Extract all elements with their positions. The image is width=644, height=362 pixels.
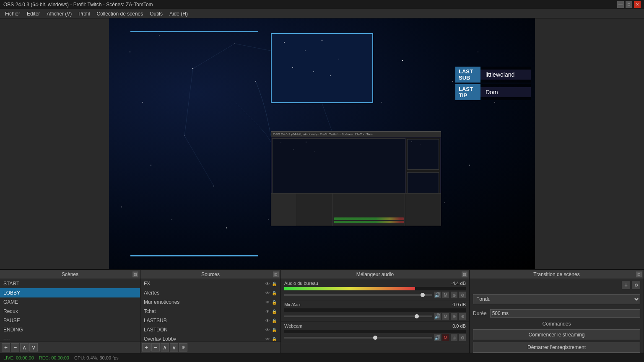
audio-panel-resize[interactable]: ⊡ xyxy=(462,272,467,277)
source-item-6[interactable]: Overlay Lobby👁🔒 xyxy=(140,334,280,341)
scene-remove-button[interactable]: − xyxy=(11,343,19,352)
audio-volume-icon-0[interactable]: 🔊 xyxy=(434,292,441,298)
audio-channel-1: Mic/Aux 0.0 dB 🔊 M ⊕ ⚙ xyxy=(281,300,469,322)
nested-side-stars1 xyxy=(408,140,439,169)
audio-mute-btn-1[interactable]: M xyxy=(442,313,449,320)
scenes-panel-resize[interactable]: ⊡ xyxy=(132,272,138,277)
preview-canvas: LASTSUB littlewoland LASTTIP Dom OBS 24.… xyxy=(109,18,535,269)
scene-item-pause[interactable]: PAUSE xyxy=(0,316,140,325)
svg-point-0 xyxy=(130,52,130,52)
preview-bottom-bar xyxy=(130,255,258,256)
audio-vol-handle-2[interactable] xyxy=(373,336,377,340)
audio-lock-btn-1[interactable]: ⊕ xyxy=(451,313,457,320)
source-lock-icon[interactable]: 🔒 xyxy=(271,281,277,287)
audio-settings-btn-2[interactable]: ⚙ xyxy=(459,334,466,341)
audio-settings-btn-1[interactable]: ⚙ xyxy=(459,313,466,320)
source-eye-icon[interactable]: 👁 xyxy=(265,281,270,287)
source-remove-button[interactable]: − xyxy=(151,343,160,352)
scene-item-[interactable]: ---- xyxy=(0,334,140,341)
source-eye-icon[interactable]: 👁 xyxy=(265,336,270,341)
command-btn-1[interactable]: Démarrer l'enregistrement xyxy=(473,342,640,353)
audio-vol-handle-1[interactable] xyxy=(415,314,419,318)
audio-db-2: 0.0 dB xyxy=(452,323,466,328)
audio-vol-slider-0[interactable] xyxy=(284,294,432,296)
transition-add-button[interactable]: + xyxy=(622,281,630,289)
audio-lock-btn-0[interactable]: ⊕ xyxy=(451,292,457,298)
audio-mute-btn-2[interactable]: M xyxy=(442,334,449,341)
audio-vol-slider-2[interactable] xyxy=(284,337,432,339)
nested-side-preview1 xyxy=(407,139,439,170)
source-item-2[interactable]: Mur emoticones👁🔒 xyxy=(140,297,280,307)
nested-panel3 xyxy=(333,194,405,226)
cpu-label: CPU: 0.4%, xyxy=(74,355,98,360)
source-eye-icon[interactable]: 👁 xyxy=(265,308,270,314)
menu-item-profil[interactable]: Profil xyxy=(75,10,93,18)
svg-point-38 xyxy=(338,59,339,59)
overlay-stats: LASTSUB littlewoland LASTTIP Dom xyxy=(455,67,531,102)
bottom-panels: Scènes ⊡ STARTLOBBYGAMEReduxPAUSEENDING-… xyxy=(0,269,644,353)
audio-lock-btn-2[interactable]: ⊕ xyxy=(451,334,457,341)
source-lock-icon[interactable]: 🔒 xyxy=(271,308,277,314)
source-lock-icon[interactable]: 🔒 xyxy=(271,336,277,341)
scenes-list: STARTLOBBYGAMEReduxPAUSEENDING----Alerte… xyxy=(0,279,140,341)
nested-panel1 xyxy=(271,194,296,226)
menu-item-fichier[interactable]: Fichier xyxy=(2,10,23,18)
source-move-down-button[interactable]: ∨ xyxy=(170,343,178,352)
source-filter-button[interactable]: ⊕ xyxy=(179,343,187,352)
source-add-button[interactable]: + xyxy=(142,343,151,352)
source-item-5[interactable]: LASTDON👁🔒 xyxy=(140,325,280,334)
audio-channel-name-0: Audio du bureau xyxy=(284,281,318,286)
sources-panel-resize[interactable]: ⊡ xyxy=(273,272,279,277)
svg-point-21 xyxy=(444,202,444,203)
menu-item-afficher-v[interactable]: Afficher (V) xyxy=(43,10,75,18)
nested-panel4 xyxy=(405,194,441,226)
command-btn-0[interactable]: Commencer le streaming xyxy=(473,329,640,340)
scene-item-game[interactable]: GAME xyxy=(0,297,140,307)
source-item-3[interactable]: Tchat👁🔒 xyxy=(140,307,280,316)
scene-item-lobby[interactable]: LOBBY xyxy=(0,288,140,297)
source-eye-icon[interactable]: 👁 xyxy=(265,299,270,305)
scene-move-up-button[interactable]: ∧ xyxy=(20,343,29,352)
last-tip-label: LASTTIP xyxy=(455,84,480,100)
source-item-4[interactable]: LASTSUB👁🔒 xyxy=(140,316,280,325)
close-button[interactable]: ✕ xyxy=(634,1,641,8)
duration-input[interactable] xyxy=(490,309,640,318)
scene-item-ending[interactable]: ENDING xyxy=(0,325,140,334)
source-move-up-button[interactable]: ∧ xyxy=(161,343,169,352)
audio-vol-slider-1[interactable] xyxy=(284,315,432,317)
main-area: LASTSUB littlewoland LASTTIP Dom OBS 24.… xyxy=(0,18,644,269)
maximize-button[interactable]: □ xyxy=(626,1,632,8)
scene-item-start[interactable]: START xyxy=(0,279,140,288)
source-eye-icon[interactable]: 👁 xyxy=(265,327,270,333)
source-lock-icon[interactable]: 🔒 xyxy=(271,290,277,296)
menu-item-outils[interactable]: Outils xyxy=(146,10,166,18)
source-lock-icon[interactable]: 🔒 xyxy=(271,299,277,305)
audio-channel-name-1: Mic/Aux xyxy=(284,302,301,307)
nested-audio-bar2 xyxy=(334,217,404,220)
audio-settings-btn-0[interactable]: ⚙ xyxy=(459,292,466,298)
audio-volume-icon-1[interactable]: 🔊 xyxy=(434,313,441,320)
menu-item-editer[interactable]: Editer xyxy=(23,10,43,18)
transitions-panel-resize[interactable]: ⊡ xyxy=(636,272,642,277)
menu-item-collection-de-scènes[interactable]: Collection de scènes xyxy=(93,10,147,18)
source-item-1[interactable]: Alertes👁🔒 xyxy=(140,288,280,297)
menu-item-aide-h[interactable]: Aide (H) xyxy=(166,10,191,18)
transition-select[interactable]: Fondu Coupure xyxy=(473,294,640,304)
audio-mute-btn-0[interactable]: M xyxy=(442,292,449,298)
audio-vol-handle-0[interactable] xyxy=(421,293,425,297)
source-lock-icon[interactable]: 🔒 xyxy=(271,327,277,333)
scene-move-down-button[interactable]: ∨ xyxy=(29,343,38,352)
source-lock-icon[interactable]: 🔒 xyxy=(271,318,277,323)
scene-item-redux[interactable]: Redux xyxy=(0,307,140,316)
scenes-panel: Scènes ⊡ STARTLOBBYGAMEReduxPAUSEENDING-… xyxy=(0,270,140,353)
source-item-0[interactable]: FX👁🔒 xyxy=(140,279,280,288)
source-eye-icon[interactable]: 👁 xyxy=(265,290,270,296)
transition-settings-button[interactable]: ⚙ xyxy=(632,281,640,289)
source-eye-icon[interactable]: 👁 xyxy=(265,318,270,323)
scenes-panel-header: Scènes ⊡ xyxy=(0,270,140,279)
minimize-button[interactable]: — xyxy=(617,1,624,8)
audio-volume-icon-2[interactable]: 🔊 xyxy=(434,334,441,341)
scene-add-button[interactable]: + xyxy=(2,343,10,352)
svg-point-39 xyxy=(292,67,293,68)
transitions-panel-header: Transition de scènes ⊡ xyxy=(470,270,644,279)
